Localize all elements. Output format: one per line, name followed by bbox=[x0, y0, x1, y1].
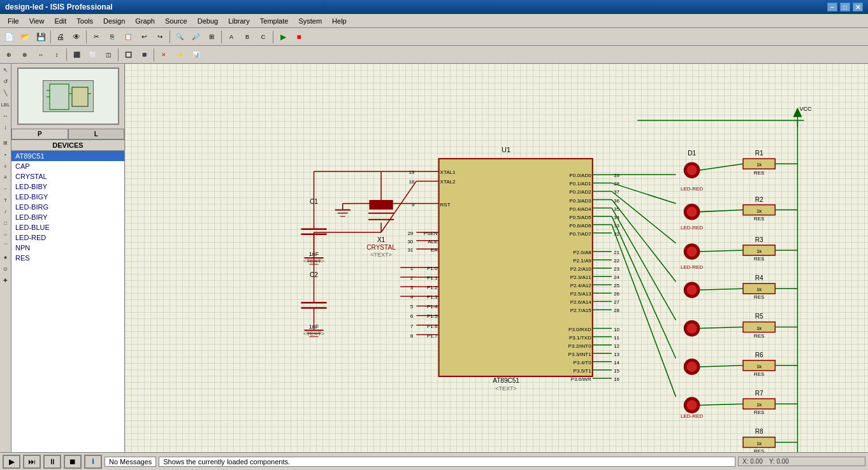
device-list[interactable]: AT89C51 CAP CRYSTAL LED-BIBY LED-BIGY LE… bbox=[11, 151, 124, 452]
device-at89c51[interactable]: AT89C51 bbox=[11, 151, 124, 161]
redo-button[interactable]: ↪ bbox=[152, 30, 168, 44]
zoom-out-button[interactable]: 🔎 bbox=[188, 30, 203, 44]
tb2-btn6[interactable]: ⬜ bbox=[85, 48, 100, 62]
menu-tools[interactable]: Tools bbox=[71, 16, 98, 26]
canvas-area[interactable]: U1 AT89C51 <TEXT> P1.0 1 P1.1 2 P1.2 3 P… bbox=[125, 64, 868, 452]
arrow-tool[interactable]: ↔ bbox=[1, 111, 11, 121]
tb-btn-c[interactable]: C bbox=[256, 30, 271, 44]
menu-source[interactable]: Source bbox=[160, 16, 192, 26]
probe-tool[interactable]: ⊙ bbox=[1, 264, 11, 274]
wire-tool[interactable]: ╲ bbox=[1, 88, 11, 98]
separator-tb2-1 bbox=[66, 48, 67, 61]
tb2-btn1[interactable]: ⊕ bbox=[1, 48, 17, 62]
device-npn[interactable]: NPN bbox=[11, 243, 124, 253]
stop-button[interactable]: ⏹ bbox=[64, 455, 82, 469]
menu-view[interactable]: View bbox=[24, 16, 50, 26]
device-led-biby[interactable]: LED-BIBY bbox=[11, 182, 124, 192]
svg-point-150 bbox=[687, 165, 697, 175]
tb-btn-a[interactable]: A bbox=[224, 30, 239, 44]
play-button[interactable]: ▶ bbox=[3, 455, 20, 469]
menu-graph[interactable]: Graph bbox=[130, 16, 160, 26]
svg-text:XTAL2: XTAL2 bbox=[440, 179, 456, 185]
tb2-btn7[interactable]: ◫ bbox=[101, 48, 116, 62]
cut-button[interactable]: ✂ bbox=[89, 30, 104, 44]
device-led-biry[interactable]: LED-BIRY bbox=[11, 212, 124, 222]
marker-tool[interactable]: ✚ bbox=[1, 275, 11, 285]
zoom-fit-button[interactable]: ⊞ bbox=[204, 30, 219, 44]
open-button[interactable]: 📂 bbox=[17, 30, 33, 44]
rotate-tool[interactable]: ↺ bbox=[1, 76, 11, 87]
device-led-bigy[interactable]: LED-BIGY bbox=[11, 192, 124, 202]
d1-label: D1 bbox=[688, 150, 696, 157]
tb2-btn8[interactable]: 🔲 bbox=[120, 48, 136, 62]
separator-5 bbox=[273, 31, 273, 43]
menu-template[interactable]: Template bbox=[255, 16, 294, 26]
menu-system[interactable]: System bbox=[293, 16, 327, 26]
preview-svg bbox=[43, 81, 94, 113]
arrow-down-tool[interactable]: ↕ bbox=[1, 122, 11, 132]
zoom-in-button[interactable]: 🔍 bbox=[172, 30, 187, 44]
undo-button[interactable]: ↩ bbox=[136, 30, 152, 44]
tb2-btn4[interactable]: ↕ bbox=[49, 48, 64, 62]
close-button[interactable]: ✕ bbox=[853, 3, 863, 11]
draw-arc-tool[interactable]: ⌒ bbox=[1, 241, 11, 251]
menu-library[interactable]: Library bbox=[223, 16, 255, 26]
net-tool[interactable]: ~ bbox=[1, 183, 11, 194]
draw-rect-tool[interactable]: □ bbox=[1, 218, 11, 228]
device-res[interactable]: RES bbox=[11, 253, 124, 263]
menu-design[interactable]: Design bbox=[98, 16, 130, 26]
select-tool[interactable]: ↖ bbox=[1, 65, 11, 75]
tb2-btn2[interactable]: ⊗ bbox=[17, 48, 33, 62]
tb2-btn10[interactable]: ✕ bbox=[156, 48, 171, 62]
maximize-button[interactable]: □ bbox=[840, 3, 850, 11]
text-tool[interactable]: T bbox=[1, 195, 11, 205]
separator-3 bbox=[170, 31, 170, 43]
copy-button[interactable]: ⎘ bbox=[105, 30, 120, 44]
tb2-btn12[interactable]: 📊 bbox=[188, 48, 203, 62]
label-tool[interactable]: LBL bbox=[1, 99, 11, 110]
symbol-tool[interactable]: ★ bbox=[1, 252, 11, 262]
menu-edit[interactable]: Edit bbox=[49, 16, 71, 26]
save-button[interactable]: 💾 bbox=[33, 30, 48, 44]
tab-l[interactable]: L bbox=[68, 129, 125, 139]
new-button[interactable]: 📄 bbox=[1, 30, 17, 44]
stop-button[interactable]: ■ bbox=[291, 30, 307, 44]
print-button[interactable]: 🖨 bbox=[53, 30, 68, 44]
print-preview-button[interactable]: 👁 bbox=[69, 30, 84, 44]
tb2-btn11[interactable]: ⚡ bbox=[172, 48, 187, 62]
menu-help[interactable]: Help bbox=[327, 16, 352, 26]
draw-line-tool[interactable]: / bbox=[1, 206, 11, 217]
device-led-red[interactable]: LED-RED bbox=[11, 232, 124, 243]
separator-2 bbox=[86, 31, 87, 43]
svg-text:P2.2/A10: P2.2/A10 bbox=[570, 266, 592, 272]
component-tool[interactable]: ⊞ bbox=[1, 138, 11, 148]
power-tool[interactable]: ⏚ bbox=[1, 160, 11, 171]
svg-text:1k: 1k bbox=[756, 441, 762, 446]
svg-text:7: 7 bbox=[410, 324, 414, 329]
minimize-button[interactable]: – bbox=[827, 3, 837, 11]
pause-button[interactable]: ⏸ bbox=[43, 455, 61, 469]
device-crystal[interactable]: CRYSTAL bbox=[11, 171, 124, 182]
paste-button[interactable]: 📋 bbox=[120, 30, 136, 44]
device-led-birg[interactable]: LED-BIRG bbox=[11, 202, 124, 212]
step-button[interactable]: ⏭ bbox=[23, 455, 41, 469]
tb2-btn5[interactable]: ⬛ bbox=[69, 48, 84, 62]
bus-tool[interactable]: ≡ bbox=[1, 172, 11, 182]
tab-p[interactable]: P bbox=[11, 129, 68, 139]
title-bar-controls[interactable]: – □ ✕ bbox=[827, 3, 863, 11]
svg-text:P3.5/T1: P3.5/T1 bbox=[574, 368, 592, 374]
tb2-btn9[interactable]: 🔳 bbox=[136, 48, 152, 62]
status-message: No Messages bbox=[105, 457, 156, 467]
menu-file[interactable]: File bbox=[3, 16, 24, 26]
svg-text:21: 21 bbox=[614, 250, 619, 255]
menu-debug[interactable]: Debug bbox=[192, 16, 223, 26]
svg-text:1k: 1k bbox=[756, 364, 762, 369]
device-led-blue[interactable]: LED-BLUE bbox=[11, 222, 124, 232]
run-button[interactable]: ▶ bbox=[275, 30, 291, 44]
draw-circle-tool[interactable]: ○ bbox=[1, 229, 11, 239]
svg-line-196 bbox=[700, 404, 743, 405]
device-cap[interactable]: CAP bbox=[11, 161, 124, 171]
junction-tool[interactable]: • bbox=[1, 149, 11, 159]
tb-btn-b[interactable]: B bbox=[240, 30, 255, 44]
tb2-btn3[interactable]: ↔ bbox=[33, 48, 48, 62]
